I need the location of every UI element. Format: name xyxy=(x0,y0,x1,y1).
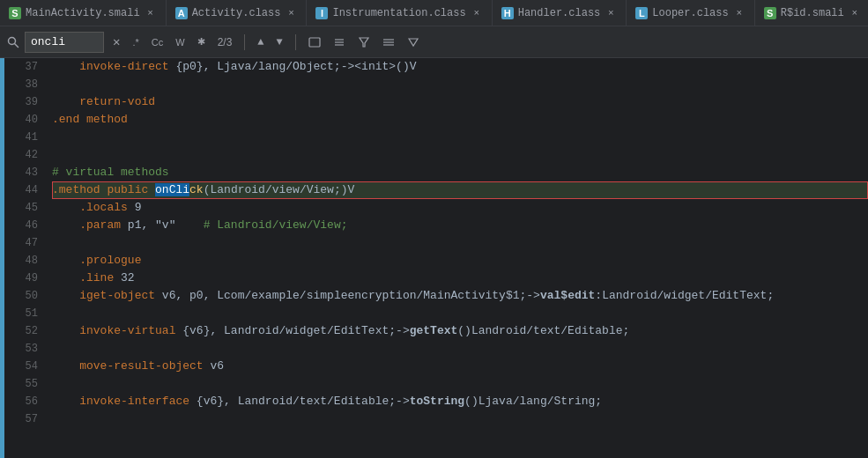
prev-result-button[interactable]: ▲ xyxy=(254,33,267,52)
next-result-button[interactable]: ▼ xyxy=(273,33,286,52)
case-button[interactable]: Cc xyxy=(148,33,167,52)
tab-close-instrumentation-class[interactable]: × xyxy=(471,7,483,19)
search-icon xyxy=(7,36,19,48)
tab-close-mainactivity-smali[interactable]: × xyxy=(145,7,157,19)
code-line-55 xyxy=(52,375,868,393)
line-number-42: 42 xyxy=(4,146,38,164)
svg-line-1 xyxy=(15,43,19,47)
code-line-41 xyxy=(52,129,868,146)
line-number-46: 46 xyxy=(4,217,38,234)
extra-button[interactable] xyxy=(379,33,398,52)
highlight-button[interactable] xyxy=(305,33,324,52)
line-number-38: 38 xyxy=(4,76,38,93)
line-number-37: 37 xyxy=(4,58,38,76)
code-line-48: .prologue xyxy=(52,252,868,270)
search-bar: ✕ .* Cc W ✱ 2/3 ▲ ▼ xyxy=(0,26,868,58)
line-number-53: 53 xyxy=(4,340,38,358)
tab-mainactivity-smali[interactable]: SMainActivity.smali× xyxy=(0,0,167,26)
tab-bar: SMainActivity.smali×AActivity.class×IIns… xyxy=(0,0,868,26)
tab-looper-class[interactable]: LLooper.class× xyxy=(627,0,754,26)
svg-marker-10 xyxy=(409,39,418,46)
line-number-57: 57 xyxy=(4,410,38,428)
line-number-48: 48 xyxy=(4,252,38,270)
tab-icon-rsid-smali: S xyxy=(764,7,776,19)
code-line-57 xyxy=(52,410,868,428)
code-line-53 xyxy=(52,340,868,358)
code-content: invoke-direct {p0}, Ljava/lang/Object;->… xyxy=(45,58,868,458)
code-line-54: move-result-object v6 xyxy=(52,358,868,375)
code-line-38 xyxy=(52,76,868,93)
tab-icon-handler-class: H xyxy=(501,7,514,19)
tab-close-looper-class[interactable]: × xyxy=(733,7,746,19)
tab-label-handler-class: Handler.class xyxy=(518,7,601,19)
escape-button[interactable]: ✱ xyxy=(194,33,209,52)
search-counter: 2/3 xyxy=(214,36,236,48)
code-line-56: invoke-interface {v6}, Landroid/text/Edi… xyxy=(52,393,868,410)
code-line-44: .method public onClick(Landroid/view/Vie… xyxy=(52,181,868,199)
word-button[interactable]: W xyxy=(172,33,188,52)
code-line-47 xyxy=(52,234,868,252)
tab-handler-class[interactable]: HHandler.class× xyxy=(493,0,627,26)
code-area: 3738394041424344454647484950515253545556… xyxy=(0,58,868,458)
regex-button[interactable]: .* xyxy=(129,33,142,52)
line-number-56: 56 xyxy=(4,393,38,410)
svg-marker-6 xyxy=(360,38,368,47)
filter-button[interactable] xyxy=(354,33,374,52)
line-number-51: 51 xyxy=(4,305,38,322)
line-number-39: 39 xyxy=(4,93,38,111)
line-number-45: 45 xyxy=(4,199,38,217)
svg-rect-2 xyxy=(309,38,320,47)
code-line-49: .line 32 xyxy=(52,270,868,287)
tab-label-activity-class: Activity.class xyxy=(192,7,281,19)
clear-search-button[interactable]: ✕ xyxy=(109,33,123,52)
tab-rsid-smali[interactable]: SR$id.smali× xyxy=(755,0,868,26)
line-number-41: 41 xyxy=(4,129,38,146)
code-line-45: .locals 9 xyxy=(52,199,868,217)
line-number-40: 40 xyxy=(4,111,38,129)
code-line-46: .param p1, "v" # Landroid/view/View; xyxy=(52,217,868,234)
search-divider xyxy=(244,34,245,50)
code-line-50: iget-object v6, p0, Lcom/example/simplee… xyxy=(52,287,868,305)
code-line-37: invoke-direct {p0}, Ljava/lang/Object;->… xyxy=(52,58,868,76)
search-divider-2 xyxy=(295,34,296,50)
code-line-43: # virtual methods xyxy=(52,164,868,181)
line-number-55: 55 xyxy=(4,375,38,393)
code-line-42 xyxy=(52,146,868,164)
line-number-49: 49 xyxy=(4,270,38,287)
line-number-47: 47 xyxy=(4,234,38,252)
tab-close-handler-class[interactable]: × xyxy=(605,7,617,19)
line-numbers: 3738394041424344454647484950515253545556… xyxy=(4,58,45,458)
code-line-39: return-void xyxy=(52,93,868,111)
tab-activity-class[interactable]: AActivity.class× xyxy=(167,0,308,26)
tab-close-rsid-smali[interactable]: × xyxy=(849,7,861,19)
code-line-51 xyxy=(52,305,868,322)
line-number-54: 54 xyxy=(4,358,38,375)
line-number-44: 44 xyxy=(4,181,38,199)
tab-close-activity-class[interactable]: × xyxy=(285,7,297,19)
tab-label-mainactivity-smali: MainActivity.smali xyxy=(26,7,140,19)
line-number-52: 52 xyxy=(4,322,38,340)
search-input[interactable] xyxy=(25,32,104,53)
code-line-52: invoke-virtual {v6}, Landroid/widget/Edi… xyxy=(52,322,868,340)
tab-icon-looper-class: L xyxy=(635,7,648,19)
tab-label-rsid-smali: R$id.smali xyxy=(781,7,844,19)
settings-button[interactable] xyxy=(404,33,423,52)
tab-label-instrumentation-class: Instrumentation.class xyxy=(332,7,465,19)
tab-icon-activity-class: A xyxy=(175,7,188,19)
line-number-43: 43 xyxy=(4,164,38,181)
code-line-40: .end method xyxy=(52,111,868,129)
tab-icon-instrumentation-class: I xyxy=(315,7,328,19)
line-number-50: 50 xyxy=(4,287,38,305)
match-button[interactable] xyxy=(330,33,349,52)
tab-instrumentation-class[interactable]: IInstrumentation.class× xyxy=(307,0,492,26)
tab-label-looper-class: Looper.class xyxy=(652,7,728,19)
tab-icon-mainactivity-smali: S xyxy=(9,7,21,19)
